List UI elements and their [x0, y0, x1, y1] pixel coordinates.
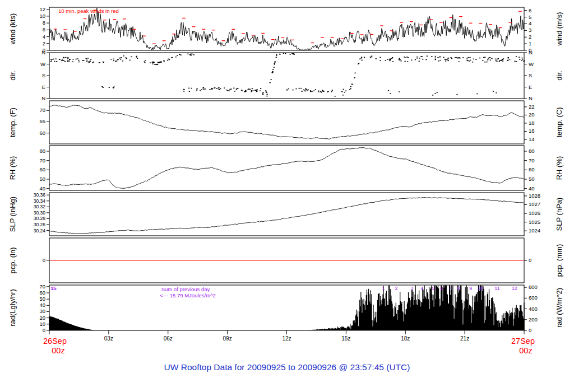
- dir-dot: [493, 91, 494, 92]
- dir-dot: [425, 59, 427, 60]
- meteogram-svg: 0246810120123456wind (kts)wind (m/s)NESW…: [0, 0, 574, 392]
- mj-marker: 1: [382, 286, 385, 291]
- dir-dot: [467, 57, 469, 58]
- dir-dot: [274, 62, 275, 63]
- dir-dot: [230, 88, 232, 90]
- dir-dot: [305, 88, 306, 89]
- right-tick-label-dir: W: [529, 61, 534, 67]
- left-tick-label-temp: 60: [39, 130, 45, 136]
- dir-dot: [50, 59, 52, 60]
- right-tick-label-wind: 4: [529, 20, 531, 26]
- plot-area: 0246810120123456wind (kts)wind (m/s)NESW…: [8, 6, 563, 342]
- dir-dot: [405, 61, 406, 62]
- dir-dot: [407, 61, 408, 62]
- left-tick-label-wind: 12: [39, 6, 45, 12]
- dir-dot: [290, 54, 291, 55]
- peak-winds-note: 10 min. peak winds in red: [58, 8, 119, 14]
- dir-dot: [90, 60, 91, 62]
- x-axis-end-hour: 00z: [519, 346, 532, 355]
- right-tick-label-rh: 40: [529, 185, 535, 192]
- left-tick-label-rad: 70: [39, 283, 45, 290]
- dir-dot: [455, 57, 456, 58]
- dir-dot: [226, 90, 227, 91]
- dir-dot: [523, 61, 524, 62]
- dir-dot: [205, 88, 206, 90]
- rad-sum-label-line1: Sum of previous day: [161, 286, 210, 292]
- left-tick-label-rh: 70: [39, 157, 45, 164]
- dir-dot: [435, 58, 436, 59]
- dir-dot: [77, 58, 78, 59]
- dir-dot: [274, 64, 275, 65]
- left-axis-title-wind: wind (kts): [8, 13, 17, 45]
- dir-dot: [495, 59, 496, 60]
- dir-dot: [299, 88, 300, 89]
- dir-dot: [120, 58, 121, 59]
- dir-dot: [388, 90, 389, 91]
- dir-dot: [266, 96, 267, 97]
- dir-dot: [302, 91, 303, 92]
- dir-dot: [256, 89, 257, 90]
- right-tick-label-wind: 6: [529, 7, 531, 13]
- left-axis-title-dir: dir.: [8, 71, 17, 80]
- dir-dot: [342, 95, 344, 96]
- right-axis-title-rh: RH (%): [555, 156, 563, 180]
- dir-dot: [70, 59, 71, 60]
- dir-dot: [376, 58, 377, 59]
- dir-dot: [131, 57, 132, 58]
- x-axis-tick-label: 06z: [164, 335, 173, 342]
- dir-dot: [522, 58, 523, 59]
- right-tick-label-rh: 80: [529, 148, 535, 154]
- dir-dot: [224, 87, 225, 88]
- dir-dot: [313, 91, 314, 92]
- x-axis-start-hour: 00z: [52, 346, 64, 355]
- dir-dot: [416, 58, 418, 59]
- x-axis-tick-label: 15z: [341, 335, 350, 342]
- dir-dot: [251, 91, 252, 92]
- dir-dot: [188, 88, 189, 89]
- left-axis-title-temp: temp. (F): [8, 108, 17, 137]
- dir-dot: [202, 88, 203, 89]
- dir-dot: [276, 55, 277, 57]
- dir-dot: [72, 59, 73, 60]
- dir-dot: [300, 88, 302, 89]
- dir-dot: [283, 53, 284, 54]
- dir-dot: [137, 58, 138, 59]
- dir-dot: [167, 60, 168, 61]
- dir-dot: [305, 91, 306, 92]
- dir-dot: [136, 57, 137, 58]
- dir-dot: [390, 93, 391, 94]
- dir-dot: [103, 87, 104, 88]
- right-tick-label-temp: 22: [529, 104, 535, 110]
- dir-dot: [183, 91, 184, 92]
- left-tick-label-wind: 6: [43, 26, 45, 32]
- dir-dot: [262, 94, 263, 95]
- dir-dot: [51, 60, 52, 61]
- dir-dot: [209, 89, 210, 90]
- dir-dot: [466, 58, 467, 59]
- dir-dot: [52, 59, 53, 60]
- left-tick-label-rad: 10: [39, 321, 45, 327]
- dir-dot: [399, 59, 400, 60]
- dir-dot: [321, 92, 322, 93]
- dir-dot: [193, 54, 195, 55]
- left-tick-label-dir: S: [42, 72, 45, 78]
- dir-dot: [242, 90, 243, 91]
- right-tick-label-rad: 0: [529, 327, 531, 333]
- dir-dot: [354, 77, 355, 78]
- dir-dot: [288, 88, 289, 90]
- dir-dot: [150, 63, 151, 64]
- dir-dot: [179, 54, 180, 55]
- dir-dot: [519, 59, 520, 60]
- rad-prev-day-marker: 15: [50, 286, 56, 291]
- dir-dot: [361, 57, 362, 58]
- dir-dot: [371, 56, 372, 57]
- dir-dot: [462, 57, 464, 58]
- right-tick-label-rad: 600: [529, 295, 538, 301]
- dir-dot: [399, 58, 400, 59]
- left-tick-label-wind: 10: [39, 13, 45, 19]
- dir-dot: [390, 59, 391, 60]
- dir-dot: [443, 57, 444, 58]
- dir-dot: [351, 83, 353, 85]
- dir-dot: [191, 54, 192, 55]
- dir-dot: [445, 59, 446, 60]
